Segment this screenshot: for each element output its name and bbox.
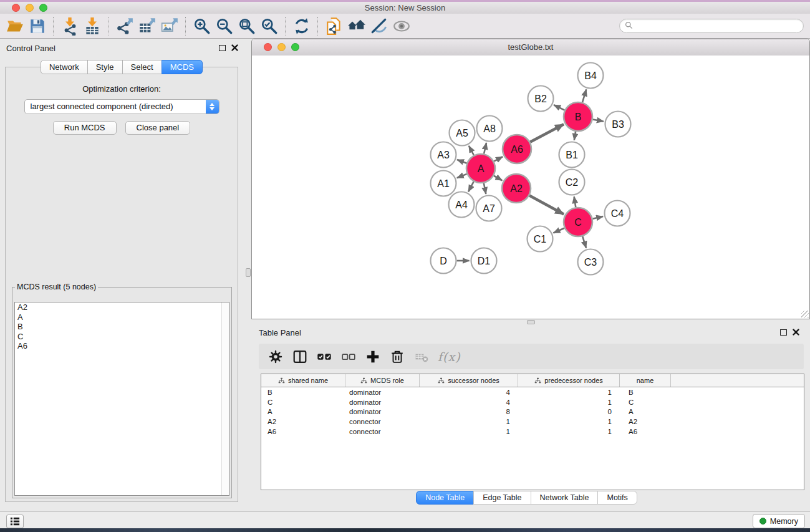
network-canvas[interactable]: AA1A2A3A4A5A6A7A8BB1B2B3B4CC1C2C3C4DD1 <box>252 56 809 319</box>
run-mcds-button[interactable]: Run MCDS <box>53 121 117 135</box>
graph-edge-A-A3[interactable] <box>457 160 466 163</box>
graph-node-A8[interactable]: A8 <box>477 116 503 142</box>
cell-name[interactable]: C <box>620 399 671 406</box>
graph-edge-A-A2[interactable] <box>494 176 502 181</box>
new-network-from-selection-icon[interactable] <box>323 15 345 37</box>
tab-network[interactable]: Network <box>41 60 88 74</box>
graph-node-A4[interactable]: A4 <box>449 192 475 218</box>
network-graph[interactable]: AA1A2A3A4A5A6A7A8BB1B2B3B4CC1C2C3C4DD1 <box>252 56 809 319</box>
graph-node-B2[interactable]: B2 <box>528 86 554 112</box>
cell-shared-name[interactable]: A2 <box>261 418 345 425</box>
memory-button[interactable]: Memory <box>753 514 805 528</box>
export-network-icon[interactable] <box>113 15 136 37</box>
column-header-predecessor-nodes[interactable]: predecessor nodes <box>518 374 620 387</box>
network-minimize-button[interactable] <box>277 43 286 51</box>
cell-name[interactable]: B <box>620 389 671 396</box>
graph-node-A[interactable]: A <box>466 154 495 183</box>
scrollbar-track[interactable] <box>221 302 229 495</box>
graph-node-B3[interactable]: B3 <box>605 112 631 137</box>
cell-successor-nodes[interactable]: 1 <box>420 428 518 435</box>
export-image-icon[interactable] <box>158 15 181 37</box>
graph-node-A3[interactable]: A3 <box>431 142 456 168</box>
result-list-item[interactable]: B <box>15 322 229 332</box>
cell-name[interactable]: A2 <box>620 418 671 425</box>
graph-node-B[interactable]: B <box>564 102 592 131</box>
tab-motifs[interactable]: Motifs <box>597 491 637 505</box>
tab-mcds[interactable]: MCDS <box>162 60 203 74</box>
delete-column-icon[interactable] <box>389 349 405 365</box>
cell-predecessor-nodes[interactable]: 1 <box>518 428 620 435</box>
search-box[interactable] <box>619 19 804 33</box>
cell-shared-name[interactable]: C <box>261 399 345 406</box>
table-row[interactable]: A2connector11A2 <box>261 417 804 427</box>
cell-predecessor-nodes[interactable]: 1 <box>518 389 620 396</box>
cell-shared-name[interactable]: B <box>261 389 345 396</box>
graph-edge-B-B1[interactable] <box>574 132 576 140</box>
table-row[interactable]: A6connector11A6 <box>261 427 804 437</box>
window-resize-grip[interactable] <box>801 311 809 318</box>
result-list-item[interactable]: C <box>15 332 229 342</box>
graph-edge-A-A6[interactable] <box>494 157 503 161</box>
cell-successor-nodes[interactable]: 1 <box>420 418 518 425</box>
zoom-window-button[interactable] <box>39 4 47 12</box>
table-row[interactable]: Adominator80A <box>261 407 804 417</box>
show-columns-icon[interactable] <box>292 349 308 365</box>
graph-node-C1[interactable]: C1 <box>528 226 553 252</box>
graph-node-A5[interactable]: A5 <box>450 120 475 146</box>
graph-edge-A2-C[interactable] <box>529 195 564 214</box>
float-panel-icon[interactable] <box>219 45 226 51</box>
column-header-name[interactable]: name <box>620 374 671 387</box>
close-window-button[interactable] <box>12 4 20 12</box>
tab-node-table[interactable]: Node Table <box>416 491 474 505</box>
cell-MCDS-role[interactable]: connector <box>345 428 420 435</box>
graph-node-A2[interactable]: A2 <box>502 174 531 203</box>
cell-shared-name[interactable]: A6 <box>261 428 345 435</box>
tab-network-table[interactable]: Network Table <box>531 491 599 505</box>
result-list-item[interactable]: A <box>15 312 229 322</box>
graph-edge-C-C4[interactable] <box>592 216 603 219</box>
graph-node-A7[interactable]: A7 <box>476 196 502 221</box>
add-column-icon[interactable] <box>365 349 381 365</box>
tab-select[interactable]: Select <box>122 60 162 74</box>
cell-MCDS-role[interactable]: dominator <box>345 408 420 415</box>
tab-style[interactable]: Style <box>87 60 123 74</box>
cell-predecessor-nodes[interactable]: 1 <box>518 399 620 406</box>
column-header-MCDS-role[interactable]: MCDS role <box>345 374 420 387</box>
save-session-icon[interactable] <box>26 15 49 37</box>
vertical-split-divider-handle[interactable] <box>246 268 251 277</box>
close-panel-icon[interactable] <box>231 44 238 51</box>
select-all-icon[interactable] <box>316 349 332 365</box>
import-network-icon[interactable] <box>59 15 81 37</box>
graph-node-B4[interactable]: B4 <box>578 63 604 89</box>
network-close-button[interactable] <box>264 43 272 51</box>
import-table-icon[interactable] <box>81 15 104 37</box>
graph-node-D1[interactable]: D1 <box>471 248 497 274</box>
graph-node-C3[interactable]: C3 <box>578 249 604 275</box>
horizontal-split-divider-handle[interactable] <box>527 320 535 324</box>
cell-MCDS-role[interactable]: dominator <box>345 389 420 396</box>
graph-edge-C-C1[interactable] <box>553 228 564 233</box>
search-input[interactable] <box>636 21 803 31</box>
export-table-icon[interactable] <box>136 15 158 37</box>
graph-edge-A-A8[interactable] <box>484 143 486 154</box>
cell-successor-nodes[interactable]: 4 <box>420 389 518 396</box>
cell-successor-nodes[interactable]: 8 <box>420 408 518 415</box>
close-panel-icon[interactable] <box>793 329 799 336</box>
graph-node-D[interactable]: D <box>431 248 456 274</box>
graph-node-C2[interactable]: C2 <box>559 170 585 195</box>
close-panel-button[interactable]: Close panel <box>125 121 191 135</box>
cell-predecessor-nodes[interactable]: 1 <box>518 418 620 425</box>
show-hide-graphics-details-icon[interactable] <box>368 15 390 37</box>
table-row[interactable]: Cdominator41C <box>261 397 804 407</box>
zoom-in-icon[interactable] <box>191 15 213 37</box>
settings-icon[interactable] <box>268 349 284 365</box>
optimization-criterion-select[interactable]: largest connected component (directed) <box>24 99 219 114</box>
graph-edge-B-B3[interactable] <box>593 119 604 121</box>
zoom-selected-icon[interactable] <box>258 15 281 37</box>
graph-edge-C-C2[interactable] <box>574 196 576 207</box>
graph-edge-A6-B[interactable] <box>530 124 564 142</box>
graph-node-A6[interactable]: A6 <box>503 135 531 163</box>
float-panel-icon[interactable] <box>780 329 787 336</box>
column-header-shared-name[interactable]: shared name <box>261 374 345 387</box>
graph-node-C[interactable]: C <box>564 208 592 236</box>
